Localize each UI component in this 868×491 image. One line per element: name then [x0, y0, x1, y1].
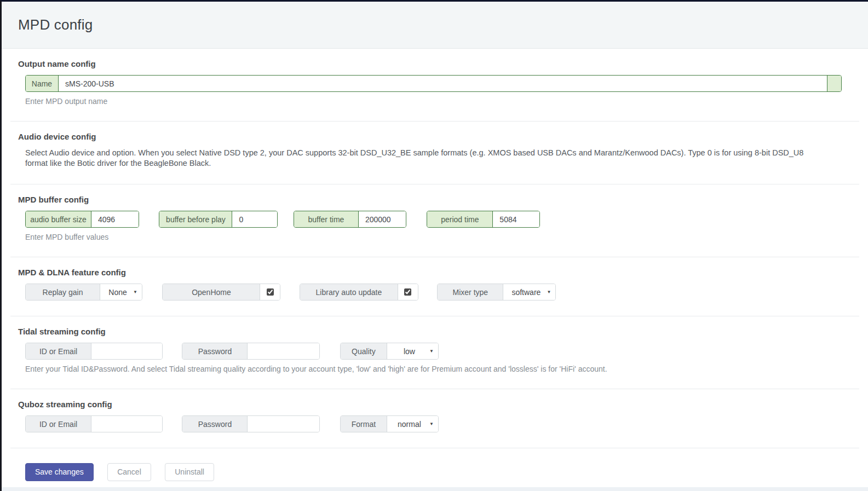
tidal-password-input[interactable]	[248, 343, 319, 359]
cancel-button[interactable]: Cancel	[107, 463, 151, 481]
qobuz-password-group: Password	[182, 415, 320, 432]
tidal-quality-label: Quality	[341, 343, 387, 359]
section-mpd-buffer: MPD buffer config audio buffer size buff…	[10, 184, 859, 257]
replay-gain-label: Replay gain	[26, 284, 100, 300]
section-heading: Quboz streaming config	[18, 400, 859, 409]
chevron-down-icon: ▼	[429, 421, 434, 426]
qobuz-password-label: Password	[182, 416, 248, 432]
library-auto-update-label: Library auto update	[300, 284, 398, 300]
output-name-label: Name	[26, 76, 59, 91]
period-time-input[interactable]	[493, 211, 539, 227]
audio-buffer-size-group: audio buffer size	[25, 211, 139, 228]
replay-gain-selected-value: None	[102, 288, 133, 297]
qobuz-id-group: ID or Email	[25, 415, 163, 432]
page-header: MPD config	[2, 2, 868, 49]
chevron-down-icon: ▼	[133, 290, 137, 294]
uninstall-button[interactable]: Uninstall	[165, 463, 214, 481]
audio-device-description: Select Audio device and option. When you…	[25, 148, 810, 169]
page-footer-strip	[2, 487, 868, 491]
library-auto-update-checkbox[interactable]	[404, 288, 411, 296]
help-text: Enter MPD buffer values	[25, 233, 859, 241]
buffer-time-input[interactable]	[359, 211, 406, 227]
section-heading: MPD buffer config	[18, 195, 859, 204]
tidal-quality-select[interactable]: low ▼	[387, 343, 438, 359]
mixer-type-group: Mixer type software ▼	[437, 284, 556, 301]
tidal-id-label: ID or Email	[26, 343, 91, 359]
replay-gain-select[interactable]: None ▼	[100, 284, 142, 300]
qobuz-password-input[interactable]	[248, 416, 319, 432]
audio-buffer-size-input[interactable]	[91, 211, 139, 227]
tidal-quality-group: Quality low ▼	[340, 343, 439, 360]
period-time-label: period time	[427, 211, 493, 227]
mixer-type-select[interactable]: software ▼	[503, 284, 555, 300]
tidal-quality-selected-value: low	[389, 347, 429, 356]
audio-buffer-size-label: audio buffer size	[26, 211, 91, 227]
section-qobuz: Quboz streaming config ID or Email Passw…	[10, 389, 859, 448]
output-name-addon	[827, 76, 841, 91]
page-title: MPD config	[18, 16, 868, 33]
replay-gain-group: Replay gain None ▼	[25, 284, 142, 301]
buffer-time-label: buffer time	[294, 211, 359, 227]
library-auto-update-group: Library auto update	[300, 284, 418, 301]
period-time-group: period time	[427, 211, 540, 228]
output-name-group: Name	[25, 75, 842, 92]
chevron-down-icon: ▼	[429, 349, 434, 354]
qobuz-format-group: Format normal ▼	[340, 415, 439, 432]
chevron-down-icon: ▼	[547, 290, 551, 294]
qobuz-id-input[interactable]	[91, 416, 162, 432]
help-text: Enter MPD output name	[25, 97, 859, 106]
app-window: MPD config Output name config Name Enter…	[0, 0, 868, 491]
qobuz-format-selected-value: normal	[389, 420, 429, 429]
tidal-id-group: ID or Email	[25, 343, 163, 360]
section-tidal: Tidal streaming config ID or Email Passw…	[10, 316, 859, 389]
section-output-name: Output name config Name Enter MPD output…	[10, 49, 859, 122]
tidal-id-input[interactable]	[91, 343, 162, 359]
buffer-before-play-input[interactable]	[232, 211, 277, 227]
openhome-label: OpenHome	[163, 284, 260, 300]
qobuz-format-select[interactable]: normal ▼	[387, 416, 438, 432]
openhome-checkbox[interactable]	[267, 288, 274, 296]
help-text: Enter your Tidal ID&Password. And select…	[25, 365, 859, 373]
buffer-before-play-group: buffer before play	[159, 211, 278, 228]
section-heading: Output name config	[18, 59, 859, 68]
section-heading: Audio device config	[18, 132, 859, 141]
section-heading: Tidal streaming config	[18, 327, 859, 336]
form-actions: Save changes Cancel Uninstall	[10, 448, 859, 481]
section-heading: MPD & DLNA feature config	[18, 268, 859, 277]
tidal-password-group: Password	[182, 343, 320, 360]
mixer-type-label: Mixer type	[438, 284, 503, 300]
save-changes-button[interactable]: Save changes	[25, 463, 94, 481]
output-name-input[interactable]	[59, 76, 827, 91]
tidal-password-label: Password	[182, 343, 248, 359]
buffer-before-play-label: buffer before play	[159, 211, 232, 227]
buffer-time-group: buffer time	[294, 211, 406, 228]
openhome-group: OpenHome	[162, 284, 280, 301]
section-mpd-dlna: MPD & DLNA feature config Replay gain No…	[10, 257, 859, 316]
qobuz-format-label: Format	[341, 416, 387, 432]
mixer-type-selected-value: software	[505, 288, 547, 297]
section-audio-device: Audio device config Select Audio device …	[10, 122, 859, 184]
qobuz-id-label: ID or Email	[26, 416, 91, 432]
config-form: Output name config Name Enter MPD output…	[2, 49, 868, 487]
